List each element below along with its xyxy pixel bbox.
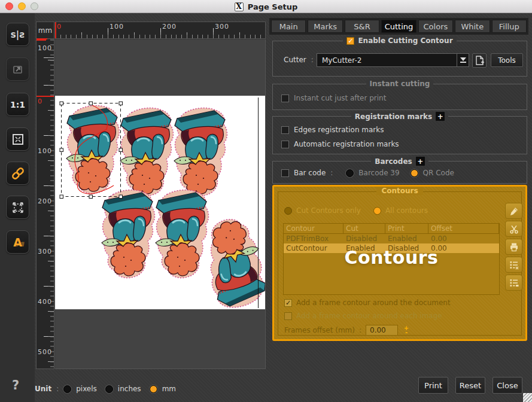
print-list-button[interactable] xyxy=(505,275,522,291)
place-image-tool-button[interactable] xyxy=(6,57,29,81)
image-export-icon xyxy=(11,63,25,76)
help-button[interactable]: ? xyxy=(12,378,19,392)
ruler-unit-box: mm xyxy=(36,22,54,39)
instant-cutting-group: Instant cutting Instant cut just after p… xyxy=(272,84,527,110)
left-toolbar: s|s 1:1 xyxy=(0,13,35,402)
one-to-one-icon: 1:1 xyxy=(10,100,25,109)
unit-pixels-label: pixels xyxy=(76,385,97,393)
barcode-checkbox[interactable] xyxy=(281,169,289,177)
text-a-icon: A xyxy=(13,236,22,249)
instant-cutting-title: Instant cutting xyxy=(370,80,430,88)
frames-offset-stepper[interactable]: + - xyxy=(403,326,409,334)
registration-marks-title: Registration marks xyxy=(355,112,432,121)
mirror-tool-button[interactable]: s|s xyxy=(6,23,29,46)
settings-panel: Main Marks S&R Cutting Colors White Fill… xyxy=(269,13,532,372)
barcode39-radio[interactable] xyxy=(346,169,354,177)
tools-button[interactable]: Tools xyxy=(491,53,523,67)
frame-document-checkbox[interactable]: ✓ xyxy=(284,299,292,307)
edit-contour-button[interactable] xyxy=(505,203,522,219)
cutter-label: Cutter xyxy=(284,56,306,64)
v-ruler-label-500: 500 xyxy=(38,348,52,356)
h-ruler-label-200: 200 xyxy=(162,23,177,31)
tab-bar: Main Marks S&R Cutting Colors White Fill… xyxy=(269,18,528,35)
footer-bar: ? Unit : pixels inches mm Print Reset Cl… xyxy=(0,372,532,402)
all-contours-label: All contours xyxy=(385,206,428,215)
tab-marks[interactable]: Marks xyxy=(308,20,342,33)
expand-outward-icon xyxy=(11,200,25,215)
titlebar: X Page Setup xyxy=(0,0,532,13)
tab-fillup[interactable]: Fillup xyxy=(492,20,527,33)
ruler-unit-label: mm xyxy=(38,26,52,35)
cut-contours-only-radio[interactable] xyxy=(284,207,292,215)
print-contour-button[interactable] xyxy=(505,239,522,255)
qrcode-label: QR Code xyxy=(423,169,454,177)
barcode39-label: Barcode 39 xyxy=(358,169,399,177)
mirror-icon: s|s xyxy=(11,29,25,40)
v-ruler-label-400: 400 xyxy=(38,298,52,306)
table-row[interactable]: PDFTrimBox Disabled Enabled 0.00 xyxy=(284,234,499,243)
qrcode-radio[interactable] xyxy=(411,169,418,177)
close-button[interactable]: Close xyxy=(493,377,522,394)
pencil-icon xyxy=(509,206,519,216)
h-ruler-label-0: 0 xyxy=(57,23,62,31)
x11-app-icon: X xyxy=(235,2,244,11)
scissors-icon xyxy=(509,224,519,234)
v-ruler-label-100: 100 xyxy=(38,147,52,155)
print-button[interactable]: Print xyxy=(418,377,448,394)
instant-cut-label: Instant cut just after print xyxy=(294,94,386,102)
edges-marks-checkbox[interactable] xyxy=(281,126,289,134)
unit-mm-radio[interactable] xyxy=(150,385,157,393)
list-print-icon xyxy=(509,278,519,288)
stepper-down[interactable]: - xyxy=(403,330,409,334)
tab-sr[interactable]: S&R xyxy=(345,20,379,33)
all-contours-radio[interactable] xyxy=(373,207,381,215)
list-cut-icon xyxy=(509,260,519,270)
add-cutter-button[interactable] xyxy=(472,53,487,68)
tab-main[interactable]: Main xyxy=(271,20,306,33)
artwork-layer xyxy=(55,39,266,369)
tab-cutting[interactable]: Cutting xyxy=(381,20,416,33)
ruler-zero-line-h xyxy=(55,22,56,38)
unit-inches-label: inches xyxy=(118,385,141,393)
resize-grip[interactable] xyxy=(523,393,532,402)
tab-white[interactable]: White xyxy=(455,20,490,33)
unit-mm-label: mm xyxy=(162,385,176,393)
reset-button[interactable]: Reset xyxy=(455,377,485,394)
link-icon xyxy=(10,166,26,181)
frames-offset-input[interactable] xyxy=(366,325,398,336)
add-barcode-button[interactable]: + xyxy=(416,157,425,166)
ruler-zero-line-v xyxy=(37,96,54,97)
link-tool-button[interactable] xyxy=(6,162,29,185)
add-registration-mark-button[interactable]: + xyxy=(436,112,445,121)
cut-contours-only-label: Cut Contours only xyxy=(296,206,361,215)
cut-contour-button[interactable] xyxy=(505,221,522,237)
v-ruler-label-a: 100 xyxy=(38,44,52,52)
contours-table-header: Contour Cut Print Offset xyxy=(284,224,499,234)
actual-size-tool-button[interactable]: 1:1 xyxy=(6,93,29,116)
cut-list-button[interactable] xyxy=(505,257,522,273)
enable-cutting-checkbox[interactable]: ✓ xyxy=(346,37,354,45)
page-setup-window: X Page Setup s|s 1:1 xyxy=(0,0,532,402)
frame-image-checkbox[interactable] xyxy=(284,312,292,320)
horizontal-ruler: 0 100 200 300 xyxy=(55,22,266,39)
automatic-marks-checkbox[interactable] xyxy=(281,141,289,148)
v-ruler-label-300: 300 xyxy=(38,248,52,255)
instant-cut-checkbox[interactable] xyxy=(281,95,289,102)
unit-label: Unit xyxy=(35,385,51,393)
cutter-select[interactable]: MyCutter-2 xyxy=(317,53,469,67)
preview-canvas[interactable] xyxy=(55,39,266,369)
frame-document-label: Add a frame contour around the document xyxy=(296,299,451,307)
printer-icon xyxy=(509,242,519,252)
document-plus-icon xyxy=(474,55,485,66)
cutter-value: MyCutter-2 xyxy=(317,56,457,65)
dropdown-arrow-icon[interactable] xyxy=(457,54,469,66)
fit-selection-tool-button[interactable] xyxy=(6,127,29,151)
h-ruler-label-100: 100 xyxy=(110,23,124,31)
unit-pixels-radio[interactable] xyxy=(63,385,71,393)
fit-page-tool-button[interactable] xyxy=(6,196,29,219)
tab-colors[interactable]: Colors xyxy=(418,20,453,33)
vertical-ruler: 100 0 100 200 300 400 500 xyxy=(36,39,54,369)
text-tool-button[interactable]: A xyxy=(6,230,29,254)
unit-inches-radio[interactable] xyxy=(105,385,113,393)
frames-offset-label: Frames offset (mm) xyxy=(284,326,355,334)
